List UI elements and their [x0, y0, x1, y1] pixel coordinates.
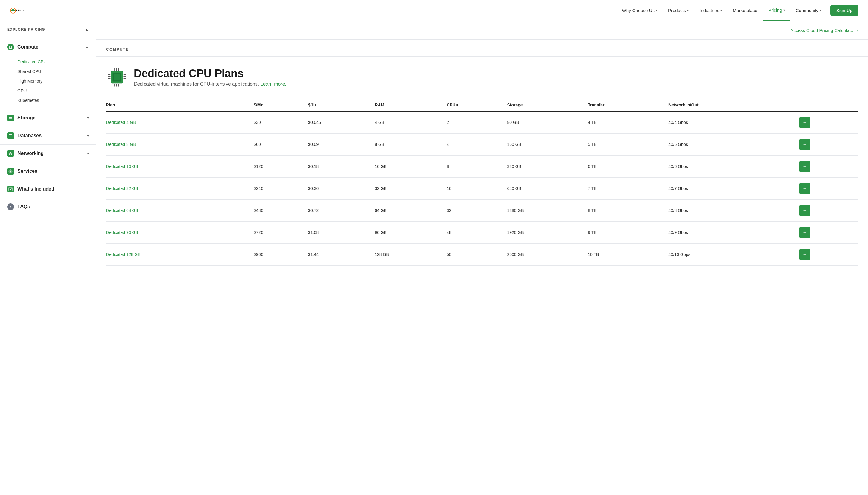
- plan-subtitle: Dedicated virtual machines for CPU-inten…: [134, 81, 286, 87]
- sidebar-header: Explore Pricing ▲: [0, 21, 96, 38]
- cell-network: 40/10 Gbps: [669, 243, 799, 266]
- plan-select-button[interactable]: →: [799, 205, 810, 216]
- cell-ram: 8 GB: [375, 134, 447, 156]
- cell-action: →: [799, 156, 858, 177]
- logo-link[interactable]: Akamai: [10, 3, 24, 18]
- nav-link-why-choose-us[interactable]: Why Choose Us ▾: [617, 0, 663, 21]
- cell-hr: $0.09: [308, 134, 375, 156]
- cell-ram: 128 GB: [375, 243, 447, 266]
- cell-mo: $960: [254, 243, 308, 266]
- cell-ram: 96 GB: [375, 222, 447, 243]
- plan-select-button[interactable]: →: [799, 117, 810, 128]
- cell-plan: Dedicated 64 GB: [106, 200, 254, 222]
- main-header: Access Cloud Pricing Calculator ›: [97, 21, 868, 40]
- compute-section-header[interactable]: Compute ▲: [0, 38, 96, 56]
- plan-select-button[interactable]: →: [799, 183, 810, 194]
- nav-item-why-choose-us[interactable]: Why Choose Us ▾: [617, 0, 663, 21]
- plan-link[interactable]: Dedicated 32 GB: [106, 186, 138, 191]
- faqs-icon: ?: [7, 204, 14, 210]
- plan-select-button[interactable]: →: [799, 139, 810, 150]
- nav-item-products[interactable]: Products ▾: [663, 0, 694, 21]
- plan-link[interactable]: Dedicated 128 GB: [106, 252, 140, 257]
- svg-rect-5: [9, 118, 12, 119]
- svg-text:?: ?: [10, 206, 12, 209]
- nav-item-marketplace[interactable]: Marketplace: [727, 0, 763, 21]
- table-row: Dedicated 32 GB $240 $0.36 32 GB 16 640 …: [106, 177, 858, 200]
- cell-hr: $0.045: [308, 111, 375, 134]
- plan-link[interactable]: Dedicated 4 GB: [106, 120, 136, 125]
- arrow-right-icon: ›: [856, 27, 858, 33]
- services-icon: [7, 168, 14, 174]
- networking-section-header[interactable]: Networking ▾: [0, 145, 96, 162]
- cell-transfer: 8 TB: [588, 200, 669, 222]
- signup-button[interactable]: Sign Up: [830, 5, 858, 16]
- plan-link[interactable]: Dedicated 8 GB: [106, 142, 136, 147]
- svg-rect-3: [10, 46, 12, 48]
- sidebar-item-kubernetes[interactable]: Kubernetes: [17, 96, 96, 105]
- sidebar-section-faqs: ? FAQs: [0, 198, 96, 216]
- storage-section-header[interactable]: Storage ▾: [0, 109, 96, 126]
- nav-link-marketplace[interactable]: Marketplace: [727, 0, 763, 21]
- databases-section-header[interactable]: Databases ▾: [0, 127, 96, 144]
- plan-select-button[interactable]: →: [799, 249, 810, 260]
- compute-sub-items: Dedicated CPU Shared CPU High Memory GPU…: [0, 56, 96, 109]
- plan-link[interactable]: Dedicated 64 GB: [106, 208, 138, 213]
- akamai-logo: Akamai: [10, 3, 24, 18]
- nav-item-community[interactable]: Community ▾: [790, 0, 827, 21]
- cell-mo: $60: [254, 134, 308, 156]
- chevron-down-icon: ▾: [783, 8, 785, 12]
- cell-storage: 80 GB: [507, 111, 588, 134]
- chevron-down-icon: ▾: [87, 116, 89, 120]
- table-header: Plan $/Mo $/Hr RAM CPUs Storage Transfer…: [106, 99, 858, 111]
- networking-icon: [7, 150, 14, 157]
- nav-link-pricing[interactable]: Pricing ▾: [763, 0, 790, 21]
- sidebar-item-gpu[interactable]: GPU: [17, 86, 96, 96]
- nav-item-industries[interactable]: Industries ▾: [694, 0, 727, 21]
- sidebar-item-high-memory[interactable]: High Memory: [17, 76, 96, 86]
- sidebar-item-dedicated-cpu[interactable]: Dedicated CPU: [17, 57, 96, 67]
- cell-transfer: 7 TB: [588, 177, 669, 200]
- nav-link-industries[interactable]: Industries ▾: [694, 0, 727, 21]
- sidebar-title: Explore Pricing: [7, 28, 45, 32]
- cell-transfer: 5 TB: [588, 134, 669, 156]
- cell-ram: 4 GB: [375, 111, 447, 134]
- nav-item-pricing[interactable]: Pricing ▾: [763, 0, 790, 21]
- cell-plan: Dedicated 96 GB: [106, 222, 254, 243]
- cell-cpus: 2: [447, 111, 507, 134]
- svg-rect-22: [124, 79, 126, 79]
- table-row: Dedicated 8 GB $60 $0.09 8 GB 4 160 GB 5…: [106, 134, 858, 156]
- pricing-calculator-link[interactable]: Access Cloud Pricing Calculator ›: [791, 27, 858, 33]
- databases-icon: [7, 132, 14, 139]
- learn-more-link[interactable]: Learn more.: [260, 81, 286, 86]
- svg-rect-25: [118, 68, 119, 70]
- cell-hr: $1.44: [308, 243, 375, 266]
- nav-link-products[interactable]: Products ▾: [663, 0, 694, 21]
- cell-cpus: 48: [447, 222, 507, 243]
- cell-mo: $720: [254, 222, 308, 243]
- storage-icon: [7, 115, 14, 121]
- plan-select-button[interactable]: →: [799, 161, 810, 172]
- cpu-icon: [106, 66, 128, 88]
- plan-link[interactable]: Dedicated 16 GB: [106, 164, 138, 169]
- cell-action: →: [799, 200, 858, 222]
- sidebar-section-whats-included: What's Included: [0, 180, 96, 198]
- cell-storage: 320 GB: [507, 156, 588, 177]
- page-layout: Explore Pricing ▲ Compute ▲ Dedicated CP…: [0, 21, 868, 495]
- cell-ram: 32 GB: [375, 177, 447, 200]
- faqs-section-header[interactable]: ? FAQs: [0, 198, 96, 216]
- services-section-header[interactable]: Services: [0, 163, 96, 180]
- cell-plan: Dedicated 32 GB: [106, 177, 254, 200]
- plan-link[interactable]: Dedicated 96 GB: [106, 230, 138, 235]
- whats-included-section-header[interactable]: What's Included: [0, 180, 96, 198]
- nav-link-community[interactable]: Community ▾: [790, 0, 827, 21]
- chevron-down-icon: ▾: [687, 9, 689, 12]
- nav-item-signup[interactable]: Sign Up: [827, 5, 858, 16]
- cell-hr: $0.72: [308, 200, 375, 222]
- sidebar-item-shared-cpu[interactable]: Shared CPU: [17, 67, 96, 76]
- svg-point-10: [10, 171, 12, 172]
- cell-mo: $480: [254, 200, 308, 222]
- cell-hr: $0.18: [308, 156, 375, 177]
- cell-action: →: [799, 111, 858, 134]
- plan-select-button[interactable]: →: [799, 227, 810, 238]
- chevron-up-icon: ▲: [85, 45, 89, 49]
